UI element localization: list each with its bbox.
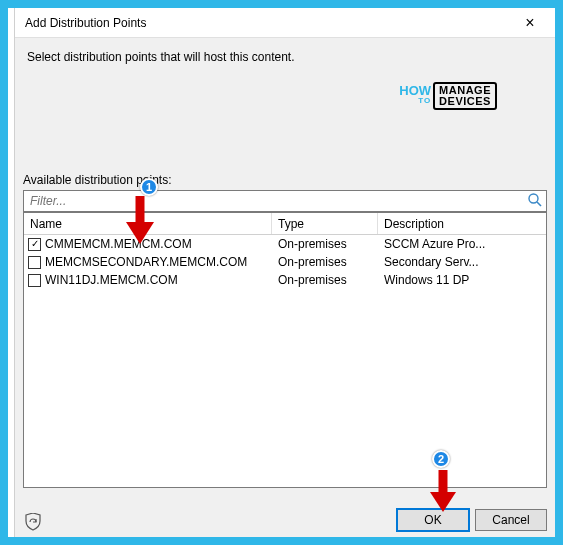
shield-refresh-icon[interactable] bbox=[23, 513, 43, 531]
table-row[interactable]: CMMEMCM.MEMCM.COMOn-premisesSCCM Azure P… bbox=[24, 235, 546, 253]
row-description: Windows 11 DP bbox=[378, 273, 546, 287]
table-row[interactable]: WIN11DJ.MEMCM.COMOn-premisesWindows 11 D… bbox=[24, 271, 546, 289]
row-name: CMMEMCM.MEMCM.COM bbox=[45, 237, 192, 251]
annotation-badge-1: 1 bbox=[140, 178, 158, 196]
search-icon[interactable] bbox=[527, 192, 543, 208]
column-header-description[interactable]: Description bbox=[378, 213, 546, 234]
button-bar: OK Cancel bbox=[397, 509, 547, 531]
dp-listview[interactable]: Name Type Description CMMEMCM.MEMCM.COMO… bbox=[23, 212, 547, 488]
filter-input[interactable] bbox=[23, 190, 547, 212]
dialog-instruction: Select distribution points that will hos… bbox=[15, 38, 555, 70]
svg-marker-3 bbox=[126, 222, 154, 244]
watermark-line2: DEVICES bbox=[439, 96, 491, 107]
watermark-logo: HOW TO MANAGE DEVICES bbox=[399, 82, 497, 110]
available-label: Available distribution points: bbox=[23, 173, 547, 187]
row-description: SCCM Azure Pro... bbox=[378, 237, 546, 251]
close-icon[interactable]: × bbox=[515, 14, 545, 32]
titlebar: Add Distribution Points × bbox=[15, 8, 555, 38]
row-type: On-premises bbox=[272, 273, 378, 287]
list-header: Name Type Description bbox=[24, 213, 546, 235]
svg-marker-5 bbox=[430, 492, 456, 512]
row-name: WIN11DJ.MEMCM.COM bbox=[45, 273, 178, 287]
row-checkbox[interactable] bbox=[28, 274, 41, 287]
annotation-arrow-2 bbox=[425, 468, 461, 514]
row-checkbox[interactable] bbox=[28, 256, 41, 269]
row-type: On-premises bbox=[272, 255, 378, 269]
svg-line-1 bbox=[537, 202, 541, 206]
row-type: On-premises bbox=[272, 237, 378, 251]
annotation-badge-2: 2 bbox=[432, 450, 450, 468]
annotation-arrow-1 bbox=[120, 194, 160, 246]
column-header-type[interactable]: Type bbox=[272, 213, 378, 234]
table-row[interactable]: MEMCMSECONDARY.MEMCM.COMOn-premisesSecon… bbox=[24, 253, 546, 271]
row-name: MEMCMSECONDARY.MEMCM.COM bbox=[45, 255, 247, 269]
row-description: Secondary Serv... bbox=[378, 255, 546, 269]
svg-point-0 bbox=[529, 194, 538, 203]
dialog-window: Add Distribution Points × Select distrib… bbox=[14, 8, 555, 537]
dialog-title: Add Distribution Points bbox=[25, 16, 146, 30]
cancel-button[interactable]: Cancel bbox=[475, 509, 547, 531]
row-checkbox[interactable] bbox=[28, 238, 41, 251]
